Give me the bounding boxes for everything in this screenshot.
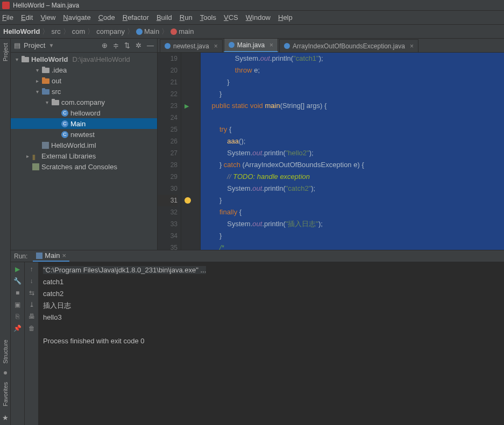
- console-output[interactable]: "C:\Program Files\Java\jdk1.8.0_231\bin\…: [39, 262, 504, 425]
- menu-tools[interactable]: Tools: [200, 13, 216, 21]
- file-icon: [42, 142, 49, 149]
- close-icon[interactable]: ×: [269, 41, 273, 49]
- tree-arrow-icon[interactable]: ▸: [25, 153, 30, 159]
- menu-help[interactable]: Help: [278, 13, 293, 21]
- tree-item[interactable]: HelloWorld.iml: [11, 140, 157, 150]
- menu-window[interactable]: Window: [246, 13, 271, 21]
- folder-icon: [42, 77, 49, 84]
- code-area[interactable]: 1920212223242526272829303132333435 ▶ Sys…: [158, 53, 504, 250]
- scroll-icon[interactable]: ⤓: [29, 301, 34, 308]
- dot-icon: [4, 371, 7, 374]
- menu-vcs[interactable]: VCS: [224, 13, 238, 21]
- run-header: Run: Main ×: [11, 250, 504, 262]
- menu-edit[interactable]: Edit: [21, 13, 33, 21]
- project-tree[interactable]: ▾ HelloWorld D:\java\HelloWorld ▾.idea▸o…: [11, 53, 157, 250]
- editor-tab[interactable]: Main.java×: [224, 38, 278, 52]
- tree-arrow-icon[interactable]: ▾: [34, 67, 40, 73]
- left-tool-strip: Project Structure Favorites ★: [0, 39, 11, 425]
- tree-label: Main: [70, 120, 86, 128]
- folder-icon: [22, 56, 29, 62]
- expand-icon[interactable]: ≑: [113, 41, 119, 49]
- code-content[interactable]: System.out.println("catch1"); throw e; }…: [201, 53, 504, 250]
- menu-file[interactable]: File: [2, 13, 13, 21]
- tool-favorites-tab[interactable]: Favorites: [2, 382, 9, 406]
- tree-label: src: [52, 88, 61, 96]
- editor-tab[interactable]: ArrayIndexOutOfBoundsException.java×: [279, 39, 418, 52]
- breadcrumb-item[interactable]: main: [171, 27, 194, 35]
- folder-icon: [52, 99, 59, 105]
- console-line: hello3: [43, 312, 500, 323]
- tree-label: newtest: [70, 131, 95, 139]
- close-icon[interactable]: ×: [410, 42, 414, 50]
- breadcrumb-sep: 〉: [161, 27, 168, 37]
- menu-code[interactable]: Code: [98, 13, 115, 21]
- tree-arrow-icon[interactable]: ▾: [34, 89, 40, 95]
- tree-item[interactable]: Cnewtest: [11, 129, 157, 140]
- tool-project-tab[interactable]: Project: [2, 43, 9, 61]
- close-icon[interactable]: ×: [214, 42, 218, 50]
- breadcrumb-item[interactable]: com: [72, 27, 86, 35]
- menu-navigate[interactable]: Navigate: [63, 13, 90, 21]
- tree-item[interactable]: Chelloword: [11, 107, 157, 118]
- breadcrumb-item[interactable]: HelloWorld: [3, 27, 40, 35]
- tree-label: out: [52, 77, 61, 85]
- tree-item[interactable]: CMain: [11, 118, 157, 129]
- up-icon[interactable]: ↑: [30, 265, 33, 273]
- tree-label: .idea: [52, 66, 67, 74]
- tool-structure-tab[interactable]: Structure: [2, 340, 9, 364]
- tree-arrow-icon[interactable]: ▸: [34, 78, 40, 84]
- run-tab[interactable]: Main ×: [33, 250, 69, 262]
- run-label: Run:: [14, 253, 27, 260]
- rerun-icon[interactable]: ▶: [15, 265, 20, 273]
- hide-icon[interactable]: —: [147, 41, 154, 49]
- tree-root[interactable]: ▾ HelloWorld D:\java\HelloWorld: [11, 54, 157, 64]
- settings-icon[interactable]: ✲: [136, 41, 141, 49]
- layout-icon[interactable]: ▣: [15, 301, 20, 308]
- star-icon: ★: [2, 414, 9, 422]
- wrench-icon[interactable]: 🔧: [13, 277, 22, 285]
- breadcrumb-item[interactable]: src: [51, 27, 60, 35]
- tree-item[interactable]: Scratches and Consoles: [11, 161, 157, 172]
- down-icon[interactable]: ↓: [30, 277, 33, 285]
- stop-icon[interactable]: ■: [16, 289, 19, 297]
- tree-arrow-icon[interactable]: ▾: [44, 99, 49, 105]
- run-panel: Run: Main × ▶ 🔧 ■ ▣ ⎘ 📌 ↑ ↓ ⇆ ⤓ 🖶: [11, 250, 504, 425]
- exit-icon[interactable]: ⎘: [16, 313, 19, 320]
- editor-tab[interactable]: newtest.java×: [160, 39, 223, 52]
- library-icon: [32, 153, 39, 160]
- scratch-icon: [32, 163, 39, 170]
- locate-icon[interactable]: ⊕: [102, 41, 108, 49]
- breadcrumb-item[interactable]: Main: [136, 27, 159, 35]
- folder-icon: [42, 67, 49, 73]
- tree-item[interactable]: ▾src: [11, 86, 157, 97]
- menu-refactor[interactable]: Refactor: [123, 13, 149, 21]
- dropdown-icon[interactable]: ▼: [48, 42, 54, 48]
- editor-tabs: newtest.java×Main.java×ArrayIndexOutOfBo…: [158, 39, 504, 53]
- run-tab-icon: [36, 253, 42, 259]
- pin-icon[interactable]: 📌: [13, 325, 22, 332]
- tree-item[interactable]: ▸External Libraries: [11, 150, 157, 161]
- tree-item[interactable]: ▸out: [11, 75, 157, 86]
- bulb-icon[interactable]: [184, 197, 191, 204]
- wrap-icon[interactable]: ⇆: [29, 289, 34, 297]
- close-icon[interactable]: ×: [62, 251, 67, 260]
- tree-item[interactable]: ▾.idea: [11, 64, 157, 75]
- tab-label: Main.java: [237, 41, 265, 49]
- breadcrumb-item[interactable]: company: [96, 27, 125, 35]
- window-title: HelloWorld – Main.java: [13, 2, 79, 9]
- breadcrumb-icon: [171, 28, 177, 35]
- menu-run[interactable]: Run: [180, 13, 193, 21]
- run-toolbar-2: ↑ ↓ ⇆ ⤓ 🖶 🗑: [25, 262, 39, 425]
- project-title: Project: [24, 41, 45, 49]
- trash-icon[interactable]: 🗑: [29, 325, 35, 332]
- menu-view[interactable]: View: [40, 13, 55, 21]
- tree-item[interactable]: ▾com.company: [11, 97, 157, 107]
- collapse-icon[interactable]: ⇅: [124, 41, 130, 49]
- menu-bar: FileEditViewNavigateCodeRefactorBuildRun…: [0, 11, 504, 25]
- menu-build[interactable]: Build: [157, 13, 172, 21]
- console-line: catch2: [43, 288, 500, 300]
- run-gutter-icon[interactable]: ▶: [184, 103, 189, 110]
- print-icon[interactable]: 🖶: [29, 313, 35, 320]
- console-line: Process finished with exit code 0: [43, 335, 500, 347]
- console-line: [43, 323, 500, 335]
